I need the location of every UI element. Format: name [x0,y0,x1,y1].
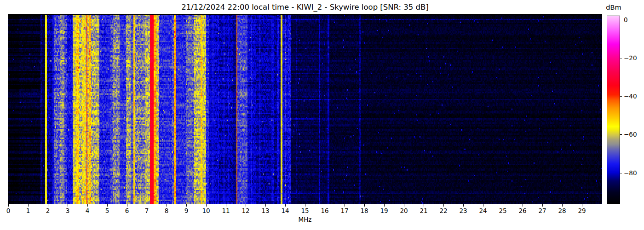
x-tick-mark [483,204,483,207]
x-tick-mark [582,204,582,207]
x-tick-label: 23 [459,207,467,214]
x-tick-mark [28,204,29,207]
x-tick-mark [424,204,424,207]
x-tick-label: 8 [165,207,169,214]
colorbar-unit-label: dBm [603,4,625,11]
colorbar-tick-mark [620,58,622,58]
colorbar-tick-mark [620,20,622,20]
x-tick-mark [305,204,305,207]
x-tick-label: 7 [145,207,149,214]
x-tick-label: 22 [439,207,447,214]
x-tick-label: 13 [261,207,269,214]
colorbar-tick-label: −40 [624,93,637,99]
x-tick-label: 25 [499,207,506,214]
x-tick-mark [523,204,523,207]
x-tick-label: 18 [360,207,368,214]
x-tick-mark [285,204,286,207]
x-tick-label: 4 [86,207,90,214]
x-tick-label: 27 [538,207,546,214]
x-tick-mark [226,204,226,207]
x-tick-label: 11 [222,207,230,214]
chart-title: 21/12/2024 22:00 local time - KIWI_2 - S… [8,2,602,12]
x-tick-label: 12 [242,207,249,214]
x-tick-label: 2 [46,207,50,214]
x-tick-mark [127,204,127,207]
colorbar-tick-label: −80 [624,170,637,176]
x-tick-label: 1 [26,207,30,214]
colorbar-tick-mark [620,173,622,173]
x-tick-mark [107,204,108,207]
x-tick-mark [443,204,444,207]
x-tick-label: 10 [202,207,210,214]
x-tick-mark [265,204,266,207]
colorbar-gradient [607,16,620,204]
x-tick-label: 28 [558,207,566,214]
x-tick-label: 3 [66,207,70,214]
x-tick-mark [186,204,187,207]
x-tick-label: 20 [400,207,408,214]
colorbar-tick-label: −60 [624,131,637,138]
x-tick-mark [147,204,147,207]
colorbar-tick-mark [620,134,622,135]
x-tick-label: 9 [184,207,189,214]
x-tick-mark [364,204,365,207]
colorbar-tick-label: −20 [624,55,637,61]
waterfall-heatmap-canvas [8,14,602,204]
x-tick-label: 21 [420,207,427,214]
spectrogram-figure: 21/12/2024 22:00 local time - KIWI_2 - S… [0,0,644,230]
x-tick-mark [206,204,207,207]
x-tick-label: 29 [578,207,586,214]
colorbar-tick-label: 0 [624,17,628,23]
x-tick-mark [463,204,464,207]
x-tick-label: 5 [105,207,109,214]
x-tick-mark [542,204,543,207]
x-tick-label: 6 [125,207,129,214]
x-tick-mark [562,204,563,207]
x-tick-mark [167,204,167,207]
x-tick-mark [325,204,325,207]
x-tick-label: 14 [281,207,289,214]
x-tick-label: 16 [321,207,328,214]
x-axis-label: MHz [8,216,602,223]
x-tick-mark [404,204,404,207]
x-tick-label: 24 [479,207,487,214]
x-tick-mark [384,204,385,207]
x-tick-mark [68,204,68,207]
x-tick-mark [246,204,246,207]
x-tick-mark [48,204,48,207]
x-tick-mark [345,204,345,207]
x-tick-label: 17 [340,207,348,214]
x-tick-label: 15 [301,207,309,214]
x-tick-mark [8,204,9,207]
x-tick-mark [87,204,88,207]
x-tick-label: 19 [380,207,388,214]
colorbar-tick-mark [620,96,622,97]
x-tick-label: 26 [518,207,526,214]
x-tick-mark [503,204,503,207]
x-tick-label: 0 [6,207,11,214]
